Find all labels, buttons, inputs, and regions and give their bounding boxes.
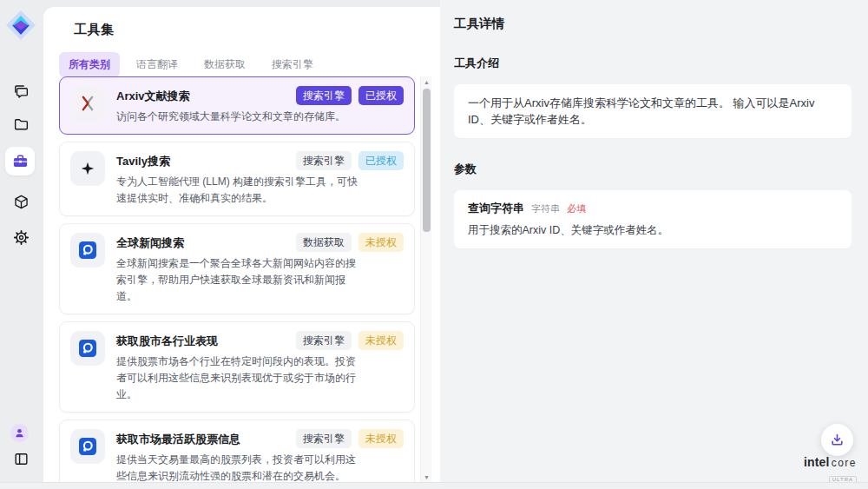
param-type: 字符串 [531,202,560,215]
tool-description: 全球新闻搜索是一个聚合全球各大新闻网站内容的搜索引擎，帮助用户快速获取全球最新资… [116,255,361,305]
arxiv-icon [70,86,105,121]
auth-badge: 已授权 [358,86,404,105]
left-rail [0,0,43,489]
juhe-icon [70,331,105,366]
tool-card-active-stocks[interactable]: 获取市场最活跃股票信息 搜索引擎 未授权 提供当天交易量最高的股票列表，投资者可… [59,420,415,489]
tool-name: 获取股市各行业表现 [116,331,218,349]
panel-toggle panel-icon[interactable] [11,449,30,468]
tool-name: Arxiv文献搜索 [116,86,190,104]
tool-description: 提供股票市场各个行业在特定时间段内的表现。投资者可以利用这些信息来识别表现优于或… [116,354,361,403]
core-wordmark: core [832,457,857,469]
sidebar-item-toolbox-active[interactable] [5,147,35,175]
sparkle-icon [70,151,105,186]
window-bottom-edge [0,482,868,489]
tool-name: Tavily搜索 [116,151,170,169]
intro-text: 一个用于从Arxiv存储库搜索科学论文和文章的工具。 输入可以是Arxiv ID… [468,96,814,126]
param-required-flag: 必填 [567,202,586,215]
tab-all-categories[interactable]: 所有类别 [59,52,120,77]
intel-core-logo: intel core ULTRA [805,455,857,485]
juhe-icon [70,233,105,268]
scroll-down-icon[interactable]: ▼ [421,472,432,482]
sidebar-item-packages cube-icon[interactable] [11,192,30,211]
category-badge: 数据获取 [296,233,352,252]
toolbox-icon [12,153,29,169]
param-card: 查询字符串 字符串 必填 用于搜索的Arxiv ID、关键字或作者姓名。 [454,190,852,248]
sidebar-item-settings gear-icon[interactable] [11,228,30,247]
tool-description: 提供当天交易量最高的股票列表，投资者可以利用这些信息来识别流动性强的股票和潜在的… [116,452,361,485]
tab-search-engine[interactable]: 搜索引擎 [262,52,323,77]
tool-card-tavily[interactable]: Tavily搜索 搜索引擎 已授权 专为人工智能代理 (LLM) 构建的搜索引擎… [59,142,415,216]
auth-badge: 未授权 [358,429,404,448]
app-logo gem-logo-icon [5,10,36,41]
params-heading: 参数 [454,162,852,177]
juhe-icon [70,429,105,464]
download-button[interactable] [821,424,853,456]
tool-name: 全球新闻搜索 [116,233,184,251]
tab-language-translation[interactable]: 语言翻译 [127,52,187,77]
param-description: 用于搜索的Arxiv ID、关键字或作者姓名。 [468,223,838,238]
sidebar-item-files folder-icon[interactable] [11,115,30,134]
intel-wordmark: intel [804,455,830,469]
scroll-up-icon[interactable]: ▲ [421,76,432,87]
category-badge: 搜索引擎 [296,429,352,448]
category-badge: 搜索引擎 [296,151,352,170]
category-badge: 搜索引擎 [296,331,352,350]
tool-description: 访问各个研究领域大量科学论文和文章的存储库。 [116,109,361,125]
tool-name: 获取市场最活跃股票信息 [116,429,240,447]
intro-heading: 工具介绍 [454,56,852,71]
tool-description: 专为人工智能代理 (LLM) 构建的搜索引擎工具，可快速提供实时、准确和真实的结… [116,174,361,207]
sidebar-item-chat chat-icon[interactable] [11,82,30,101]
scrollbar-thumb[interactable] [423,89,431,232]
intro-card: 一个用于从Arxiv存储库搜索科学论文和文章的工具。 输入可以是Arxiv ID… [454,84,852,138]
tool-list: Arxiv文献搜索 搜索引擎 已授权 访问各个研究领域大量科学论文和文章的存储库… [59,76,415,489]
tool-card-arxiv[interactable]: Arxiv文献搜索 搜索引擎 已授权 访问各个研究领域大量科学论文和文章的存储库… [59,76,415,135]
tool-card-global-news[interactable]: 全球新闻搜索 数据获取 未授权 全球新闻搜索是一个聚合全球各大新闻网站内容的搜索… [59,223,415,314]
tool-card-sector-performance[interactable]: 获取股市各行业表现 搜索引擎 未授权 提供股票市场各个行业在特定时间段内的表现。… [59,321,415,413]
tab-data-acquisition[interactable]: 数据获取 [194,52,255,77]
auth-badge: 已授权 [358,151,404,170]
page-title: 工具集 [74,22,115,38]
param-name: 查询字符串 [468,201,524,216]
auth-badge: 未授权 [358,233,404,252]
category-badge: 搜索引擎 [296,86,352,105]
details-title: 工具详情 [454,16,852,32]
tool-list-scrollbar[interactable]: ▲ ▼ [420,76,431,482]
category-tabs: 所有类别 语言翻译 数据获取 搜索引擎 [59,52,323,77]
toolset-panel: 工具集 所有类别 语言翻译 数据获取 搜索引擎 Arxiv文献搜索 搜索引擎 已… [43,7,440,489]
auth-badge: 未授权 [358,331,404,350]
download-icon [830,433,845,447]
user-avatar user-icon[interactable] [10,424,29,442]
tool-details-panel: 工具详情 工具介绍 一个用于从Arxiv存储库搜索科学论文和文章的工具。 输入可… [440,0,868,489]
